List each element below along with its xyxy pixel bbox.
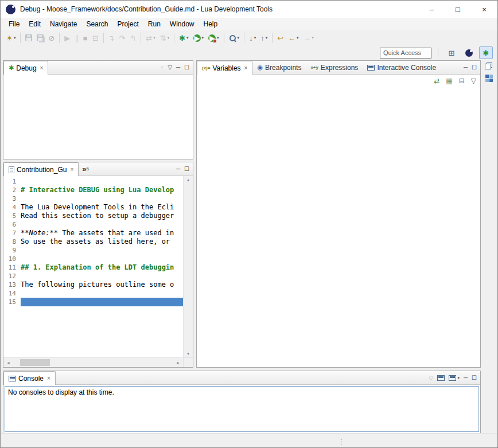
new-wizard-button[interactable]: ✶▾ — [5, 32, 17, 44]
tab-debug[interactable]: ✱Debug× — [3, 61, 48, 75]
code-line[interactable] — [21, 255, 183, 263]
open-perspective-button[interactable]: ⊞ — [445, 46, 458, 59]
code-line[interactable]: **Note:** The assets that are used in — [21, 229, 183, 237]
line-number[interactable]: 2 — [3, 186, 21, 194]
line-number[interactable]: 13 — [3, 281, 21, 289]
line-number[interactable]: 1 — [3, 177, 21, 186]
search-button[interactable]: ▾ — [227, 32, 242, 44]
minimize-view-button[interactable]: ─ — [464, 65, 468, 71]
previous-annotation-button[interactable]: ↑▾ — [259, 32, 269, 44]
menu-navigate[interactable]: Navigate — [45, 18, 81, 30]
view-menu-button[interactable]: ▽ — [168, 65, 172, 71]
restore-minimized-view-button[interactable] — [487, 63, 492, 68]
menu-project[interactable]: Project — [112, 18, 143, 30]
last-edit-location-button[interactable]: ↩ — [275, 32, 285, 44]
display-selected-console-button[interactable] — [437, 375, 445, 381]
sash-grip[interactable]: ⋮ — [338, 438, 345, 445]
close-tab-icon[interactable]: × — [40, 65, 44, 71]
line-number[interactable]: 6 — [3, 220, 21, 229]
external-tools-dropdown-icon[interactable]: ▾ — [217, 36, 219, 40]
line-number[interactable]: 15 — [3, 298, 21, 306]
tab-contribution-gu[interactable]: Contribution_Gu× — [3, 162, 79, 176]
open-console-dropdown-icon[interactable]: ▾ — [457, 376, 460, 380]
tab-breakpoints[interactable]: ◉Breakpoints — [252, 61, 306, 74]
maximize-view-button[interactable]: ☐ — [472, 375, 477, 381]
minimize-view-button[interactable]: ─ — [176, 166, 180, 172]
tab-expressions[interactable]: x+yExpressions — [306, 61, 363, 74]
scroll-left-icon[interactable]: ◄ — [3, 361, 13, 365]
editor-tab-overflow[interactable]: »5 — [79, 162, 92, 176]
minimize-view-button[interactable]: ─ — [464, 375, 468, 381]
line-number[interactable]: 8 — [3, 237, 21, 246]
maximize-view-button[interactable]: ☐ — [472, 65, 477, 71]
scroll-up-icon[interactable]: ▲ — [186, 178, 190, 182]
code-line[interactable]: # Interactive DEBUG using Lua Develop — [21, 186, 183, 194]
editor-vertical-scrollbar[interactable]: ▲ ▼ — [183, 176, 193, 357]
code-line[interactable] — [21, 246, 183, 255]
line-number[interactable]: 12 — [3, 272, 21, 281]
close-tab-icon[interactable]: × — [244, 65, 248, 71]
show-logical-structure-button[interactable]: ⇄ — [434, 77, 439, 84]
line-number[interactable]: 3 — [3, 194, 21, 203]
menu-search[interactable]: Search — [81, 18, 112, 30]
previous-annotation-dropdown-icon[interactable]: ▾ — [266, 36, 268, 40]
external-tools-button[interactable]: ▶▾ — [207, 32, 221, 44]
code-line[interactable]: The Lua Development Tools in the Ecli — [21, 203, 183, 212]
line-number[interactable]: 10 — [3, 255, 21, 263]
show-columns-button[interactable]: ▦ — [446, 77, 452, 84]
close-tab-icon[interactable]: × — [47, 375, 50, 381]
collapse-all-button[interactable]: ⊟ — [459, 77, 465, 84]
open-console-button[interactable]: ▾ — [449, 375, 460, 381]
code-line[interactable] — [21, 289, 183, 298]
close-window-button[interactable]: × — [471, 1, 497, 18]
tab-interactive-console[interactable]: Interactive Console — [363, 61, 441, 74]
run-button[interactable]: ▶▾ — [192, 32, 206, 44]
minimize-view-button[interactable]: ─ — [176, 65, 180, 71]
debug-perspective-button[interactable]: ✱ — [479, 46, 493, 59]
next-annotation-button[interactable]: ↓▾ — [247, 32, 258, 44]
new-wizard-dropdown-icon[interactable]: ▾ — [14, 36, 16, 40]
menu-help[interactable]: Help — [199, 18, 223, 30]
code-line[interactable]: Read this section to setup a debugger — [21, 212, 183, 220]
code-line[interactable] — [21, 272, 183, 281]
code-line[interactable] — [21, 298, 183, 306]
maximize-view-button[interactable]: ☐ — [184, 166, 189, 172]
code-line[interactable] — [21, 194, 183, 203]
editor-horizontal-scrollbar[interactable]: ◄ ► — [3, 358, 183, 367]
minimize-window-button[interactable]: – — [418, 1, 445, 18]
line-number[interactable]: 4 — [3, 203, 21, 212]
code-line[interactable]: ## 1. Explanation of the LDT debuggin — [21, 263, 183, 272]
menu-run[interactable]: Run — [143, 18, 165, 30]
maximize-window-button[interactable]: □ — [445, 1, 471, 18]
minimized-view-grid-button[interactable] — [485, 75, 493, 82]
tab-console[interactable]: Console× — [3, 371, 56, 385]
lua-perspective-button[interactable] — [462, 46, 476, 59]
scroll-down-icon[interactable]: ▼ — [186, 352, 190, 356]
scroll-thumb[interactable] — [20, 359, 50, 366]
code-line[interactable] — [21, 220, 183, 229]
code-line[interactable]: The following pictures outline some o — [21, 281, 183, 289]
line-number[interactable]: 7 — [3, 229, 21, 237]
code-line[interactable] — [21, 177, 183, 186]
editor-lines[interactable]: 12# Interactive DEBUG using Lua Develop3… — [3, 176, 183, 357]
scroll-track[interactable] — [13, 358, 173, 367]
line-number[interactable]: 14 — [3, 289, 21, 298]
line-number[interactable]: 9 — [3, 246, 21, 255]
code-line[interactable]: So use the assets as listed here, or — [21, 237, 183, 246]
quick-access-input[interactable] — [380, 48, 431, 59]
line-number[interactable]: 5 — [3, 212, 21, 220]
back-button[interactable]: ←▾ — [286, 32, 301, 44]
scroll-right-icon[interactable]: ► — [173, 361, 183, 365]
view-menu-button[interactable]: ▽ — [471, 77, 476, 84]
menu-window[interactable]: Window — [165, 18, 199, 30]
menu-edit[interactable]: Edit — [24, 18, 45, 30]
menu-file[interactable]: File — [4, 18, 24, 30]
search-dropdown-icon[interactable]: ▾ — [238, 36, 240, 40]
next-annotation-dropdown-icon[interactable]: ▾ — [254, 36, 256, 40]
tab-variables[interactable]: (x)=Variables× — [197, 61, 252, 75]
debug-dropdown-icon[interactable]: ▾ — [186, 36, 189, 40]
line-number[interactable]: 11 — [3, 263, 21, 272]
close-tab-icon[interactable]: × — [70, 166, 73, 173]
maximize-view-button[interactable]: ☐ — [184, 65, 189, 71]
run-dropdown-icon[interactable]: ▾ — [202, 36, 204, 40]
